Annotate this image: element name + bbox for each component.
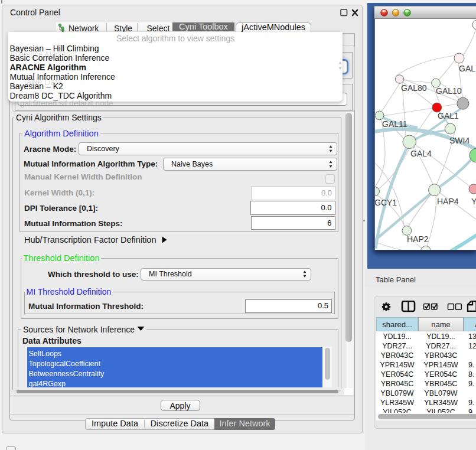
svg-text:GAL11: GAL11: [382, 119, 407, 129]
svg-text:GAL1: GAL1: [438, 111, 459, 120]
svg-text:GAL80: GAL80: [401, 83, 427, 93]
svg-text:GAL4: GAL4: [410, 149, 432, 158]
svg-text:HAP4: HAP4: [437, 197, 459, 206]
svg-text:GAL10: GAL10: [436, 86, 462, 96]
svg-text:Y: Y: [471, 197, 476, 206]
svg-text:HAP2: HAP2: [407, 234, 429, 244]
svg-text:GAL7: GAL7: [459, 64, 476, 73]
svg-text:GCY1: GCY1: [375, 198, 397, 207]
svg-text:SWI4: SWI4: [449, 136, 470, 145]
